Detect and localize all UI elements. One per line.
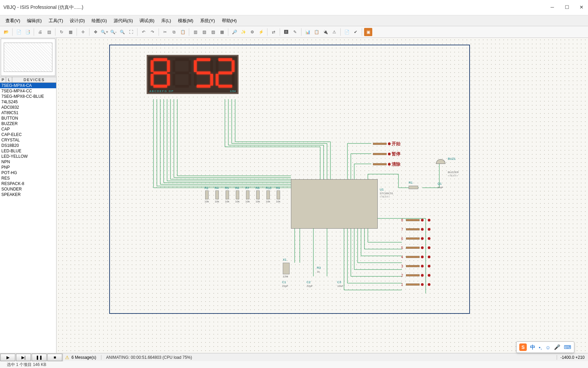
device-item[interactable]: 74LS245 xyxy=(0,99,56,105)
menu-edit[interactable]: 编辑(E) xyxy=(24,16,44,25)
messages-count[interactable]: 6 Message(s) xyxy=(71,355,101,360)
device-item[interactable]: NPN xyxy=(0,159,56,165)
block-copy-icon[interactable]: ▥ xyxy=(191,28,199,36)
bom-icon[interactable]: 📊 xyxy=(304,28,312,36)
cursor-coords: -1400.0 +210 xyxy=(557,355,588,360)
toolbar: 📂 📄 📑 🖨 ▤ ↻ ▦ ✛ ✥ 🔍+ 🔍- 🔍 ⛶ ↶ ↷ ✂ ⧉ 📋 ▥ … xyxy=(0,26,588,38)
left-panel: P L DEVICES 7SEG-MPX4-CA7SEG-MPX4-CC7SEG… xyxy=(0,38,56,353)
page-setup-icon[interactable]: 📄 xyxy=(15,28,23,36)
seven-seg-digit xyxy=(173,58,192,88)
ime-emoji-icon[interactable]: ☺ xyxy=(545,344,551,350)
animating-status: ANIMATING: 00:00:51.664803 (CPU load 75%… xyxy=(101,355,192,360)
explorer-selection: 选中 1 个项目 146 KB xyxy=(7,362,46,368)
pan-icon[interactable]: ✥ xyxy=(92,28,100,36)
zoom-out-icon[interactable]: 🔍- xyxy=(109,28,117,36)
paste-icon[interactable]: 📋 xyxy=(179,28,187,36)
seven-seg-digit xyxy=(216,58,235,88)
cut-icon[interactable]: ✂ xyxy=(161,28,169,36)
device-item[interactable]: BUZZER xyxy=(0,121,56,126)
device-item[interactable]: 7SEG-MPX8-CC-BLUE xyxy=(0,94,56,99)
sheet-icon[interactable]: 📄 xyxy=(343,28,351,36)
sim-play-button[interactable]: ▶ xyxy=(0,354,15,361)
block-delete-icon[interactable]: ▩ xyxy=(218,28,226,36)
seven-seg-display: ABCDEFG DP 1234 xyxy=(147,55,239,94)
library-button[interactable]: L xyxy=(6,77,12,82)
zoom-in-icon[interactable]: 🔍+ xyxy=(100,28,109,36)
ares-icon[interactable]: ▣ xyxy=(364,28,372,36)
find-text-icon[interactable]: 🅰 xyxy=(282,28,290,36)
ime-logo-icon[interactable]: S xyxy=(519,343,527,351)
ime-mic-icon[interactable]: 🎤 xyxy=(554,344,560,350)
ime-punct-icon[interactable]: •, xyxy=(539,344,542,350)
device-item[interactable]: ADC0832 xyxy=(0,105,56,110)
block-rotate-icon[interactable]: ▨ xyxy=(209,28,217,36)
zoom-fit-icon[interactable]: 🔍 xyxy=(118,28,126,36)
undo-icon[interactable]: ↶ xyxy=(140,28,148,36)
tool-a-icon[interactable]: ⚙ xyxy=(248,28,256,36)
menu-draw[interactable]: 绘图(G) xyxy=(89,16,110,25)
wire-icon[interactable]: ⇄ xyxy=(270,28,278,36)
device-item[interactable]: PNP xyxy=(0,165,56,170)
netlist-icon[interactable]: 🔌 xyxy=(321,28,329,36)
menu-library[interactable]: 库(L) xyxy=(159,16,174,25)
open-icon[interactable]: 📂 xyxy=(2,28,10,36)
sim-pause-button[interactable]: ❚❚ xyxy=(32,354,47,361)
device-item[interactable]: 7SEG-MPX4-CC xyxy=(0,88,56,94)
menu-tools[interactable]: 工具(T) xyxy=(46,16,66,25)
origin-icon[interactable]: ✛ xyxy=(79,28,87,36)
redo-icon[interactable]: ↷ xyxy=(148,28,157,36)
erc-icon[interactable]: 📋 xyxy=(312,28,321,36)
menu-source[interactable]: 源代码(S) xyxy=(111,16,135,25)
drc-icon[interactable]: ⚠ xyxy=(330,28,338,36)
ime-toolbar[interactable]: S 中 •, ☺ 🎤 ⌨ xyxy=(516,341,574,353)
close-button[interactable]: ✕ xyxy=(578,4,585,10)
maximize-button[interactable]: ☐ xyxy=(564,4,570,10)
device-item[interactable]: CAP-ELEC xyxy=(0,132,56,137)
device-item[interactable]: POT-HG xyxy=(0,170,56,175)
assign-icon[interactable]: ✎ xyxy=(291,28,299,36)
device-item[interactable]: RESPACK-8 xyxy=(0,181,56,186)
device-item[interactable]: CRYSTAL xyxy=(0,137,56,143)
device-item[interactable]: AT89C51 xyxy=(0,110,56,116)
sim-stop-button[interactable]: ■ xyxy=(47,354,62,361)
seven-seg-digit xyxy=(194,58,213,88)
menu-system[interactable]: 系统(Y) xyxy=(197,16,217,25)
search-icon[interactable]: 🔎 xyxy=(230,28,239,36)
check-icon[interactable]: ✔ xyxy=(352,28,360,36)
device-item[interactable]: 7SEG-MPX4-CA xyxy=(0,83,56,88)
pick-button[interactable]: P xyxy=(0,77,6,82)
canvas-viewport[interactable]: ABCDEFG DP 1234 xyxy=(56,38,588,353)
print-area-icon[interactable]: ▤ xyxy=(45,28,53,36)
grid-icon[interactable]: ▦ xyxy=(66,28,75,36)
minimap[interactable] xyxy=(1,39,55,76)
device-item[interactable]: LED-BLUE xyxy=(0,148,56,154)
tool-b-icon[interactable]: ⚡ xyxy=(257,28,265,36)
ime-keyboard-icon[interactable]: ⌨ xyxy=(564,344,571,350)
device-item[interactable]: DS18B20 xyxy=(0,143,56,148)
wand-icon[interactable]: ✨ xyxy=(239,28,247,36)
zoom-area-icon[interactable]: ⛶ xyxy=(127,28,135,36)
device-item[interactable]: SOUNDER xyxy=(0,186,56,192)
minimize-button[interactable]: ─ xyxy=(549,4,555,10)
refresh-icon[interactable]: ↻ xyxy=(58,28,66,36)
menu-help[interactable]: 帮助(H) xyxy=(219,16,240,25)
copy-icon[interactable]: ⧉ xyxy=(170,28,178,36)
copy-page-icon[interactable]: 📑 xyxy=(23,28,32,36)
device-item[interactable]: SPEAKER xyxy=(0,192,56,197)
menu-template[interactable]: 模板(M) xyxy=(175,16,196,25)
device-item[interactable]: RES xyxy=(0,175,56,181)
ime-lang[interactable]: 中 xyxy=(530,344,535,351)
sim-step-button[interactable]: ▶| xyxy=(16,354,31,361)
device-item[interactable]: BUTTON xyxy=(0,116,56,121)
device-item[interactable]: CAP xyxy=(0,126,56,132)
print-icon[interactable]: 🖨 xyxy=(36,28,44,36)
device-item[interactable]: LED-YELLOW xyxy=(0,154,56,159)
menu-design[interactable]: 设计(D) xyxy=(67,16,87,25)
status-bar: ▶ ▶| ❚❚ ■ ⚠ 6 Message(s) ANIMATING: 00:0… xyxy=(0,353,588,361)
display-pin-labels-left: ABCDEFG DP xyxy=(149,90,230,94)
menu-debug[interactable]: 调试(B) xyxy=(137,16,157,25)
device-list[interactable]: 7SEG-MPX4-CA7SEG-MPX4-CC7SEG-MPX8-CC-BLU… xyxy=(0,83,56,353)
menu-view[interactable]: 查看(V) xyxy=(3,16,23,25)
block-move-icon[interactable]: ▧ xyxy=(200,28,208,36)
devices-header: DEVICES xyxy=(12,77,56,82)
